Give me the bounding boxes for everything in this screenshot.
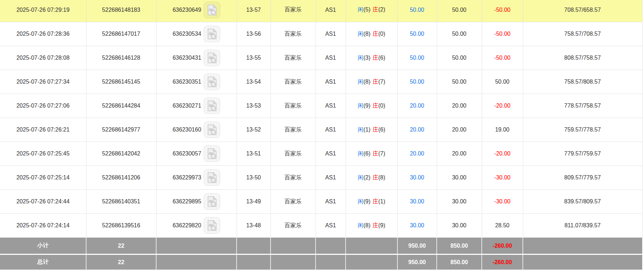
video-file-icon: [207, 124, 217, 135]
player-label: 闲: [358, 79, 363, 85]
table-name: AS1: [316, 190, 346, 214]
table-row[interactable]: 2025-07-26 07:26:21 522686142977 6362301…: [0, 118, 642, 142]
bet-id: 522686146128: [86, 46, 156, 70]
table-row[interactable]: 2025-07-26 07:29:19 522686148183 6362306…: [0, 0, 642, 22]
table-row[interactable]: 2025-07-26 07:27:06 522686144284 6362302…: [0, 94, 642, 118]
game-type: 百家乐: [271, 70, 316, 94]
player-label: 闲: [358, 150, 363, 157]
game-id-cell: 636230271: [156, 94, 237, 118]
game-result: 闲(9)庄(0): [346, 94, 397, 118]
table-name: AS1: [316, 214, 346, 238]
player-points: (8): [363, 222, 371, 228]
video-replay-button[interactable]: [204, 122, 220, 138]
round-number: 13-57: [237, 0, 271, 22]
player-points: (8): [363, 31, 371, 37]
player-points: (6): [363, 150, 371, 157]
bet-amount: 30.00: [397, 214, 437, 238]
bet-time: 2025-07-26 07:27:06: [0, 94, 86, 118]
bet-id: 522686142042: [86, 142, 156, 166]
round-number: 13-55: [237, 46, 271, 70]
win-loss: -30.00: [482, 166, 523, 190]
game-result: 闲(1)庄(6): [346, 118, 397, 142]
player-label: 闲: [358, 31, 363, 37]
table-row[interactable]: 2025-07-26 07:27:34 522686145145 6362303…: [0, 70, 642, 94]
game-id-cell: 636229820: [156, 214, 237, 238]
table-row[interactable]: 2025-07-26 07:24:14 522686139516 6362298…: [0, 214, 642, 238]
game-result: 闲(8)庄(0): [346, 22, 397, 46]
bet-amount: 20.00: [397, 118, 437, 142]
bet-time: 2025-07-26 07:25:45: [0, 142, 86, 166]
game-type: 百家乐: [271, 166, 316, 190]
game-id: 636230431: [173, 55, 201, 61]
win-loss: -50.00: [482, 22, 523, 46]
bet-id: 522686145145: [86, 70, 156, 94]
game-id: 636230534: [173, 31, 201, 37]
balance: 778.57/758.57: [523, 94, 642, 118]
bet-amount: 30.00: [397, 190, 437, 214]
bet-records-table: 2025-07-26 07:29:19 522686148183 6362306…: [0, 0, 643, 270]
valid-amount: 20.00: [437, 118, 482, 142]
game-id: 636230160: [173, 127, 201, 133]
video-replay-button[interactable]: [204, 74, 220, 90]
subtotal-win-loss: -260.00: [482, 238, 523, 254]
video-replay-button[interactable]: [204, 217, 220, 234]
video-file-icon: [207, 220, 217, 231]
valid-amount: 50.00: [437, 22, 482, 46]
table-row[interactable]: 2025-07-26 07:28:36 522686147017 6362305…: [0, 22, 642, 46]
game-id-cell: 636230649: [156, 0, 237, 22]
banker-points: (8): [378, 174, 386, 180]
video-replay-button[interactable]: [204, 193, 220, 210]
table-row[interactable]: 2025-07-26 07:25:14 522686141206 6362299…: [0, 166, 642, 190]
game-type: 百家乐: [271, 0, 316, 22]
video-file-icon: [207, 172, 217, 183]
video-file-icon: [207, 196, 217, 207]
banker-points: (1): [378, 198, 386, 204]
game-type: 百家乐: [271, 46, 316, 70]
bet-id: 522686142977: [86, 118, 156, 142]
player-points: (9): [363, 103, 371, 109]
video-replay-button[interactable]: [204, 26, 220, 42]
table-row[interactable]: 2025-07-26 07:24:44 522686140351 6362298…: [0, 190, 642, 214]
round-number: 13-54: [237, 70, 271, 94]
game-id: 636230057: [173, 150, 201, 157]
subtotal-label: 小计: [0, 238, 86, 254]
bet-id: 522686148183: [86, 0, 156, 22]
win-loss: -50.00: [482, 46, 523, 70]
table-name: AS1: [316, 22, 346, 46]
subtotal-count: 22: [86, 238, 156, 254]
table-row[interactable]: 2025-07-26 07:25:45 522686142042 6362300…: [0, 142, 642, 166]
total-valid: 850.00: [437, 254, 482, 270]
table-row[interactable]: 2025-07-26 07:28:08 522686146128 6362304…: [0, 46, 642, 70]
win-loss: 50.00: [482, 70, 523, 94]
player-points: (1): [363, 127, 371, 133]
video-replay-button[interactable]: [204, 145, 220, 162]
game-id: 636229973: [173, 174, 201, 180]
game-id-cell: 636230057: [156, 142, 237, 166]
balance: 779.57/759.57: [523, 142, 642, 166]
game-id: 636229820: [173, 222, 201, 228]
video-replay-button[interactable]: [204, 2, 220, 18]
video-replay-button[interactable]: [204, 169, 220, 186]
banker-points: (7): [378, 150, 386, 157]
bet-time: 2025-07-26 07:28:08: [0, 46, 86, 70]
table-name: AS1: [316, 166, 346, 190]
game-id: 636229895: [173, 198, 201, 204]
video-replay-button[interactable]: [204, 50, 220, 66]
balance: 811.07/839.57: [523, 214, 642, 238]
win-loss: -30.00: [482, 190, 523, 214]
valid-amount: 50.00: [437, 70, 482, 94]
game-id: 636230351: [173, 79, 201, 85]
banker-points: (0): [378, 103, 386, 109]
game-result: 闲(9)庄(1): [346, 190, 397, 214]
win-loss: -20.00: [482, 94, 523, 118]
bet-id: 522686141206: [86, 166, 156, 190]
valid-amount: 20.00: [437, 94, 482, 118]
video-file-icon: [207, 76, 217, 88]
subtotal-valid: 850.00: [437, 238, 482, 254]
video-replay-button[interactable]: [204, 98, 220, 114]
table-name: AS1: [316, 142, 346, 166]
banker-label: 庄: [373, 198, 378, 204]
bet-time: 2025-07-26 07:26:21: [0, 118, 86, 142]
table-name: AS1: [316, 94, 346, 118]
banker-label: 庄: [373, 174, 378, 180]
